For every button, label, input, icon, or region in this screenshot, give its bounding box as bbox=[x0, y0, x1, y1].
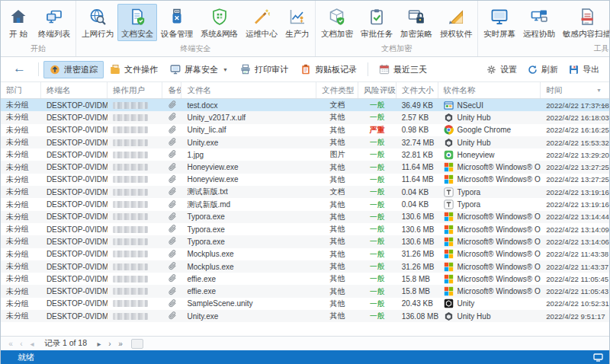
table-row[interactable]: 未分组 DESKTOP-0VIDMDJ effie.exe 其他 一般 15.8… bbox=[1, 273, 609, 285]
cell-filesize: 130.6 MB bbox=[396, 235, 438, 247]
toolbar-button-print-audit[interactable]: 打印审计 bbox=[234, 61, 294, 78]
remote-assist-icon bbox=[530, 6, 548, 27]
table-row[interactable]: 未分组 DESKTOP-0VIDMDJ Unity.exe 其他 一般 136.… bbox=[1, 310, 609, 322]
toolbar-button-settings[interactable]: 设置 bbox=[483, 61, 521, 78]
pager-extra-button[interactable] bbox=[131, 339, 143, 349]
ribbon-item-start[interactable]: 开 始 bbox=[2, 4, 34, 41]
back-button[interactable]: ← bbox=[7, 61, 34, 78]
cell-backup bbox=[162, 136, 181, 148]
ribbon-item-authorized-software[interactable]: 授权软件 bbox=[436, 4, 476, 41]
col-header-department[interactable]: 部门 bbox=[1, 82, 41, 98]
ribbon-group-label: 终端安全 bbox=[78, 43, 313, 56]
pager-next-page-button[interactable]: › bbox=[104, 337, 115, 350]
table-row[interactable]: 未分组 DESKTOP-0VIDMDJ Typora.exe 其他 一般 130… bbox=[1, 235, 609, 247]
cell-filesize: 15.8 MB bbox=[396, 285, 438, 297]
cell-time: 2022/4/22 13:27:25 bbox=[541, 161, 609, 173]
paperclip-icon bbox=[168, 162, 177, 173]
cell-risk: 一般 bbox=[358, 223, 396, 235]
cell-terminal: DESKTOP-0VIDMDJ bbox=[41, 161, 108, 173]
cell-filesize: 136.08 MB bbox=[396, 310, 438, 322]
pager-prev-button[interactable]: ◂ bbox=[27, 337, 37, 350]
approval-tasks-icon bbox=[368, 6, 386, 27]
toolbar-button-leak-trace[interactable]: 泄密追踪 bbox=[43, 61, 104, 78]
col-header-risk[interactable]: 风险评级 bbox=[358, 82, 396, 98]
col-header-time[interactable]: 时间 ▼ bbox=[541, 82, 609, 98]
ribbon-item-approval-tasks[interactable]: 审批任务 bbox=[357, 4, 396, 41]
ribbon-item-remote-assist[interactable]: 远程协助 bbox=[519, 4, 559, 41]
col-header-user[interactable]: 操作用户 bbox=[108, 82, 163, 98]
pager-first-button[interactable]: « bbox=[5, 337, 16, 350]
cell-user bbox=[108, 285, 163, 297]
ribbon-item-productivity[interactable]: 生产力 bbox=[281, 4, 313, 41]
table-row[interactable]: 未分组 DESKTOP-0VIDMDJ 测试新版.md 其他 一般 0.04 K… bbox=[1, 198, 609, 210]
ribbon-item-system-network[interactable]: 系统&网络 bbox=[197, 4, 242, 41]
ribbon-item-realtime-screen[interactable]: 实时屏幕 bbox=[480, 4, 519, 41]
col-header-backup[interactable]: 备份 bbox=[162, 82, 181, 98]
table-row[interactable]: 未分组 DESKTOP-0VIDMDJ Mockplus.exe 其他 一般 3… bbox=[1, 248, 609, 260]
table-row[interactable]: 未分组 DESKTOP-0VIDMDJ Typora.exe 其他 一般 130… bbox=[1, 223, 609, 235]
table-row[interactable]: 未分组 DESKTOP-0VIDMDJ Honeyview.exe 其他 一般 … bbox=[1, 161, 609, 173]
toolbar-button-screen-security[interactable]: 屏幕安全 ▼ bbox=[164, 61, 234, 78]
pager-prev-page-button[interactable]: ‹ bbox=[16, 337, 27, 350]
statusbar-terminal-icon[interactable] bbox=[593, 353, 603, 362]
table-row[interactable]: 未分组 DESKTOP-0VIDMDJ SampleScene.unity 其他… bbox=[1, 298, 609, 310]
cell-terminal: DESKTOP-0VIDMDJ bbox=[41, 99, 108, 111]
ribbon-item-encrypt-policy[interactable]: 加密策略 bbox=[396, 4, 436, 41]
col-header-terminal[interactable]: 终端名 bbox=[41, 82, 108, 98]
cell-software: Google Chrome bbox=[438, 124, 541, 136]
cell-terminal: DESKTOP-0VIDMDJ bbox=[41, 186, 108, 198]
redacted-username bbox=[113, 300, 148, 307]
ribbon-item-internet-behavior[interactable]: 上网行为 bbox=[78, 4, 117, 41]
cell-filename: Unity.exe bbox=[181, 310, 316, 322]
cell-department: 未分组 bbox=[1, 298, 41, 310]
cell-user bbox=[108, 99, 163, 111]
table-row[interactable]: 未分组 DESKTOP-0VIDMDJ Typora.exe 其他 一般 130… bbox=[1, 211, 609, 223]
ribbon-item-terminal-list[interactable]: 终端列表 bbox=[34, 4, 74, 41]
cell-user bbox=[108, 111, 163, 123]
cell-filename: Typora.exe bbox=[181, 211, 316, 223]
table-row[interactable]: 未分组 DESKTOP-0VIDMDJ 测试新版.txt 文档 一般 0.04 … bbox=[1, 186, 609, 198]
ribbon-item-document-security[interactable]: 文档安全 bbox=[117, 4, 157, 41]
col-header-filetype[interactable]: 文件类型 bbox=[316, 82, 358, 98]
windows-flag-icon bbox=[444, 286, 454, 296]
redacted-username bbox=[113, 139, 148, 146]
col-header-software[interactable]: 软件名称 bbox=[438, 82, 541, 98]
ribbon-item-sensitive-scan[interactable]: 敏感内容扫描 bbox=[559, 4, 610, 41]
unity-hub-icon bbox=[444, 138, 454, 148]
row-more-button[interactable]: ⋯ bbox=[598, 99, 607, 111]
table-row[interactable]: 未分组 DESKTOP-0VIDMDJ 1.jpg 图片 一般 32.81 KB… bbox=[1, 148, 609, 161]
ribbon-group-label: 开始 bbox=[2, 43, 74, 56]
cell-backup bbox=[162, 235, 181, 247]
toolbar-button-recent-three-days[interactable]: 最近三天 bbox=[373, 61, 433, 78]
ribbon-item-device-management[interactable]: 设备管理 bbox=[157, 4, 197, 41]
cell-terminal: DESKTOP-0VIDMDJ bbox=[41, 235, 108, 247]
col-header-filename[interactable]: 文件名 bbox=[181, 82, 316, 98]
table-row[interactable]: 未分组 DESKTOP-0VIDMDJ Honeyview.exe 其他 一般 … bbox=[1, 174, 609, 186]
home-icon bbox=[9, 6, 27, 27]
toolbar-button-clipboard-records[interactable]: 剪贴板记录 bbox=[294, 61, 363, 78]
ribbon-item-document-encrypt[interactable]: 文档加密 bbox=[317, 4, 357, 41]
windows-flag-icon bbox=[444, 237, 454, 247]
col-header-filesize[interactable]: 文件大小 bbox=[396, 82, 438, 98]
table-row[interactable]: 未分组 DESKTOP-0VIDMDJ Unity.exe 其他 一般 32.7… bbox=[1, 136, 609, 148]
ribbon-group-items: 实时屏幕 远程协助 敏感内容扫描 库&模板 报表中心 更多... bbox=[480, 1, 610, 43]
table-row[interactable]: 未分组 DESKTOP-0VIDMDJ test.docx 文档 一般 36.4… bbox=[1, 99, 609, 111]
toolbar-button-file-operations[interactable]: 文件操作 bbox=[104, 61, 164, 78]
toolbar-button-export[interactable]: 导出 bbox=[565, 61, 603, 78]
pager-next-button[interactable]: ▸ bbox=[94, 337, 104, 350]
table-row[interactable]: 未分组 DESKTOP-0VIDMDJ effie.exe 其他 一般 15.8… bbox=[1, 285, 609, 297]
cell-risk: 一般 bbox=[358, 285, 396, 297]
table-row[interactable]: 未分组 DESKTOP-0VIDMDJ Unity_v2017.x.ulf 其他… bbox=[1, 111, 609, 123]
unity-hub-icon bbox=[444, 113, 454, 123]
pager-last-button[interactable]: » bbox=[115, 337, 126, 350]
leak-trace-icon bbox=[50, 64, 60, 75]
cell-filesize: 31.26 MB bbox=[396, 248, 438, 260]
file-operations-icon bbox=[110, 64, 120, 75]
file-events-grid: 部门 终端名 操作用户 备份 文件名 文件类型 风险评级 文件大小 软件名称 时… bbox=[1, 82, 609, 336]
table-row[interactable]: 未分组 DESKTOP-0VIDMDJ Mockplus.exe 其他 一般 3… bbox=[1, 260, 609, 273]
cell-backup bbox=[162, 260, 181, 273]
cell-risk: 一般 bbox=[358, 148, 396, 161]
toolbar-button-refresh[interactable]: 刷新 bbox=[524, 61, 562, 78]
table-row[interactable]: 未分组 DESKTOP-0VIDMDJ Unity_lic.alf 其他 严重 … bbox=[1, 124, 609, 136]
ribbon-item-ops-center[interactable]: 运维中心 bbox=[242, 4, 281, 41]
